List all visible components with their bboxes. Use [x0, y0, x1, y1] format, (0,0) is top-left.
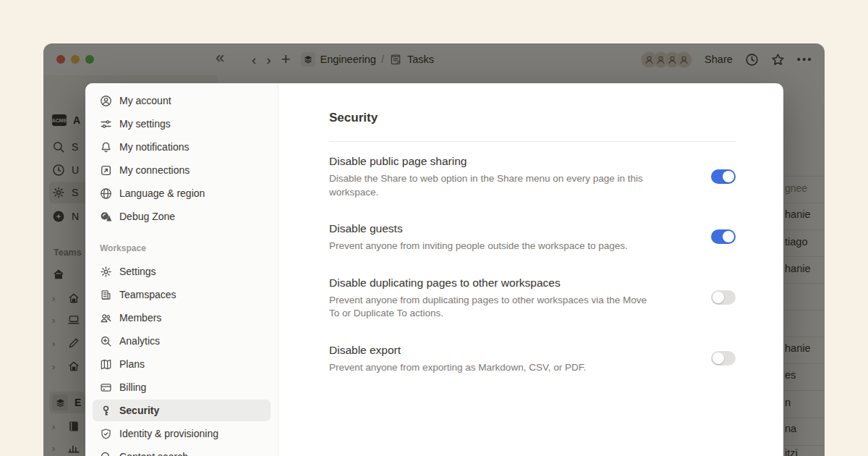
settings-nav-my-account[interactable]: My account — [93, 90, 271, 111]
setting-description: Prevent anyone from duplicating pages to… — [329, 294, 651, 321]
nav-label: Security — [119, 405, 159, 416]
settings-sidebar: My account My settings My notifications … — [85, 83, 278, 456]
nav-label: Analytics — [119, 335, 160, 347]
setting-description: Prevent anyone from inviting people outs… — [329, 240, 651, 253]
nav-label: Members — [119, 312, 161, 324]
nav-label: Plans — [119, 358, 145, 370]
key-icon — [100, 405, 112, 417]
settings-nav-plans[interactable]: Plans — [93, 353, 271, 375]
building-icon — [100, 289, 112, 301]
settings-nav-language-region[interactable]: Language & region — [93, 182, 271, 204]
page-title: Security — [329, 109, 736, 127]
toggle-disable-export[interactable] — [711, 351, 736, 366]
people-icon — [100, 312, 112, 324]
settings-nav-debug-zone[interactable]: Debug Zone — [93, 206, 271, 227]
nav-label: My settings — [119, 118, 171, 130]
toggle-disable-guests[interactable] — [711, 229, 736, 244]
map-icon — [100, 358, 112, 371]
shield-check-icon — [100, 428, 112, 440]
nav-label: My connections — [119, 164, 190, 176]
setting-row-disable-export: Disable export Prevent anyone from expor… — [329, 342, 736, 375]
settings-nav-billing[interactable]: Billing — [93, 376, 271, 398]
toggle-knob — [723, 231, 734, 242]
setting-row-disable-duplicating: Disable duplicating pages to other works… — [329, 275, 736, 321]
settings-nav-content-search[interactable]: Content search — [93, 446, 271, 456]
settings-nav-members[interactable]: Members — [93, 307, 271, 329]
divider — [329, 141, 736, 142]
bell-icon — [100, 141, 112, 153]
globe-icon — [100, 187, 112, 200]
arrow-up-right-box-icon — [100, 164, 112, 177]
search-icon — [100, 451, 112, 456]
nav-label: Settings — [119, 266, 156, 277]
settings-nav-my-settings[interactable]: My settings — [93, 113, 271, 135]
sliders-icon — [100, 118, 112, 130]
settings-nav-my-notifications[interactable]: My notifications — [93, 136, 271, 158]
gear-icon — [100, 266, 112, 278]
settings-modal: My account My settings My notifications … — [85, 83, 783, 456]
setting-title: Disable export — [329, 342, 676, 358]
settings-nav-my-connections[interactable]: My connections — [93, 159, 271, 181]
nav-label: Debug Zone — [119, 211, 175, 222]
debug-icon — [100, 211, 112, 223]
nav-label: Language & region — [119, 187, 205, 199]
magnifier-plus-icon — [100, 335, 112, 347]
app-window: « ‹ › + Engineering / — [43, 43, 825, 456]
setting-title: Disable public page sharing — [329, 153, 676, 169]
toggle-knob — [723, 171, 734, 182]
nav-label: Billing — [119, 381, 146, 393]
toggle-disable-public-page-sharing[interactable] — [711, 169, 736, 184]
nav-label: My account — [119, 95, 171, 106]
person-circle-icon — [100, 95, 112, 107]
nav-label: Content search — [119, 451, 188, 456]
toggle-knob — [712, 352, 724, 364]
settings-nav-analytics[interactable]: Analytics — [93, 330, 271, 352]
toggle-disable-duplicating[interactable] — [711, 290, 736, 305]
nav-label: Teamspaces — [119, 289, 176, 300]
setting-description: Prevent anyone from exporting as Markdow… — [329, 361, 651, 375]
nav-label: Identity & provisioning — [119, 428, 218, 439]
settings-nav-teamspaces[interactable]: Teamspaces — [93, 284, 271, 305]
workspace-section-header: Workspace — [100, 243, 263, 256]
credit-card-icon — [100, 381, 112, 394]
settings-nav-security[interactable]: Security — [93, 400, 271, 421]
settings-nav-settings[interactable]: Settings — [93, 261, 271, 282]
nav-label: My notifications — [119, 141, 189, 153]
setting-row-public-page-sharing: Disable public page sharing Disable the … — [329, 153, 736, 199]
setting-title: Disable guests — [329, 221, 676, 236]
setting-title: Disable duplicating pages to other works… — [329, 275, 676, 290]
setting-row-disable-guests: Disable guests Prevent anyone from invit… — [329, 221, 736, 253]
settings-content: Security Disable public page sharing Dis… — [278, 83, 783, 456]
setting-description: Disable the Share to web option in the S… — [329, 172, 651, 199]
toggle-knob — [712, 292, 724, 303]
settings-nav-identity-provisioning[interactable]: Identity & provisioning — [93, 423, 271, 444]
